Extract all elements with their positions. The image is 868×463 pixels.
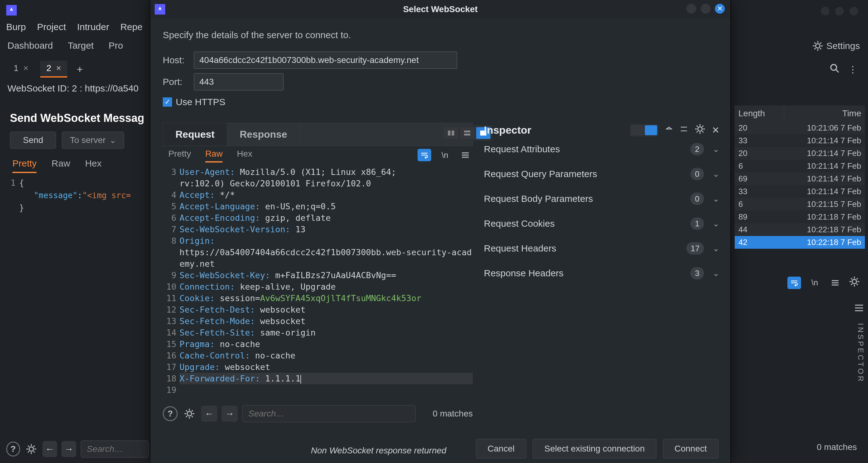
newline-icon[interactable]: \n bbox=[808, 277, 822, 289]
more-icon[interactable]: ⋮ bbox=[848, 67, 858, 72]
menu-burp[interactable]: Burp bbox=[6, 22, 26, 32]
use-https-checkbox[interactable]: ✓ bbox=[163, 97, 172, 107]
inspector-section-label: Request Headers bbox=[484, 243, 556, 254]
help-icon[interactable]: ? bbox=[6, 441, 20, 457]
modal-min-icon[interactable] bbox=[686, 4, 696, 13]
tab-response[interactable]: Response bbox=[227, 123, 300, 146]
chevron-down-icon: ⌄ bbox=[713, 194, 719, 204]
expand-icon[interactable] bbox=[664, 125, 673, 135]
tab-target[interactable]: Target bbox=[68, 40, 94, 51]
table-row[interactable]: 8910:21:18 7 Feb bbox=[735, 211, 865, 223]
settings-icon[interactable] bbox=[25, 441, 38, 457]
table-row[interactable]: 610:21:15 7 Feb bbox=[735, 198, 865, 211]
inspector-section-label: Request Query Parameters bbox=[484, 169, 597, 179]
col-length[interactable]: Length bbox=[735, 105, 784, 122]
collapse-icon[interactable] bbox=[680, 125, 688, 135]
add-tab-button[interactable]: + bbox=[73, 63, 87, 75]
port-input[interactable] bbox=[194, 73, 284, 91]
svg-rect-6 bbox=[464, 130, 470, 132]
bg-max-icon[interactable] bbox=[835, 7, 844, 16]
modal-max-icon[interactable] bbox=[701, 4, 711, 13]
tab-dashboard[interactable]: Dashboard bbox=[7, 40, 53, 51]
chevron-down-icon: ⌄ bbox=[713, 169, 719, 179]
message-editor[interactable]: 1{ "message":"<img src=} bbox=[6, 177, 149, 425]
search-icon[interactable] bbox=[830, 63, 839, 75]
table-row[interactable]: 610:21:14 7 Feb bbox=[735, 160, 865, 173]
inspector-section[interactable]: Request Body Parameters0⌄ bbox=[484, 186, 719, 211]
modal-view-pretty[interactable]: Pretty bbox=[168, 149, 191, 162]
svg-point-12 bbox=[187, 411, 192, 416]
table-row[interactable]: 4210:22:18 7 Feb bbox=[735, 236, 865, 249]
send-button[interactable]: Send bbox=[10, 131, 56, 149]
inspector-title: Inspector bbox=[484, 124, 531, 136]
table-row[interactable]: 3310:21:14 7 Feb bbox=[735, 185, 865, 198]
table-row[interactable]: 6910:21:14 7 Feb bbox=[735, 173, 865, 185]
bg-close-icon[interactable] bbox=[849, 7, 858, 16]
prev-button[interactable]: ← bbox=[42, 441, 57, 457]
menu-repeater[interactable]: Repe bbox=[120, 22, 143, 32]
inspector-layout-toggle[interactable] bbox=[630, 124, 658, 136]
inspector-section[interactable]: Request Query Parameters0⌄ bbox=[484, 161, 719, 186]
col-time[interactable]: Time bbox=[784, 105, 865, 122]
close-icon[interactable]: × bbox=[23, 63, 28, 73]
inspector-side-label[interactable]: INSPECTOR bbox=[856, 323, 865, 383]
menu-intruder[interactable]: Intruder bbox=[77, 22, 109, 32]
close-icon[interactable]: × bbox=[56, 63, 61, 73]
search-input[interactable] bbox=[81, 440, 149, 458]
inspector-section-label: Request Cookies bbox=[484, 218, 555, 229]
gear-icon[interactable] bbox=[694, 123, 706, 137]
gear-icon[interactable] bbox=[849, 276, 860, 289]
tab-request[interactable]: Request bbox=[163, 123, 227, 146]
direction-select[interactable]: To server bbox=[62, 131, 124, 149]
view-raw[interactable]: Raw bbox=[52, 158, 70, 173]
hamburger-icon[interactable] bbox=[459, 149, 472, 161]
wrap-icon[interactable] bbox=[417, 149, 431, 161]
table-row[interactable]: 4410:22:18 7 Feb bbox=[735, 223, 865, 236]
right-toolbar: \n bbox=[787, 276, 860, 289]
inspector-section[interactable]: Response Headers3⌄ bbox=[484, 261, 719, 286]
tab-proxy[interactable]: Pro bbox=[108, 40, 123, 51]
inspector-panel: Inspector ✕ Request Attributes2⌄Request … bbox=[484, 123, 719, 286]
inspector-section[interactable]: Request Cookies1⌄ bbox=[484, 211, 719, 236]
subtab-2[interactable]: 2 × bbox=[40, 61, 68, 78]
prev-button[interactable]: ← bbox=[201, 406, 217, 422]
modal-close-icon[interactable] bbox=[715, 4, 725, 13]
svg-point-16 bbox=[698, 127, 702, 131]
layout-icon[interactable] bbox=[631, 125, 644, 135]
settings-button[interactable]: Settings bbox=[812, 40, 860, 52]
svg-point-1 bbox=[831, 64, 837, 70]
next-button[interactable]: → bbox=[222, 406, 238, 422]
modal-titlebar: Select WebSocket bbox=[150, 0, 731, 19]
layout-rows-icon[interactable] bbox=[460, 127, 474, 139]
raw-request-editor[interactable]: 3User-Agent: Mozilla/5.0 (X11; Linux x86… bbox=[163, 166, 473, 401]
subtab-1[interactable]: 1 × bbox=[7, 61, 35, 78]
modal-search-input[interactable] bbox=[242, 405, 416, 422]
count-badge: 1 bbox=[690, 217, 704, 230]
layout-columns-icon[interactable] bbox=[444, 127, 458, 139]
layout-icon[interactable] bbox=[645, 125, 657, 135]
newline-icon[interactable]: \n bbox=[438, 149, 452, 161]
cancel-button[interactable]: Cancel bbox=[476, 439, 526, 459]
settings-icon[interactable] bbox=[182, 406, 197, 421]
connect-button[interactable]: Connect bbox=[663, 439, 719, 459]
hamburger-icon[interactable] bbox=[828, 277, 842, 289]
inspector-section[interactable]: Request Headers17⌄ bbox=[484, 236, 719, 261]
close-icon[interactable]: ✕ bbox=[712, 125, 719, 135]
wrap-icon[interactable] bbox=[787, 277, 801, 289]
next-button[interactable]: → bbox=[61, 441, 76, 457]
view-hex[interactable]: Hex bbox=[85, 158, 101, 173]
table-row[interactable]: 2010:21:06 7 Feb bbox=[735, 122, 865, 134]
select-existing-button[interactable]: Select existing connection bbox=[533, 439, 657, 459]
hamburger-icon[interactable] bbox=[855, 304, 864, 314]
bg-min-icon[interactable] bbox=[821, 7, 830, 16]
table-row[interactable]: 3310:21:14 7 Feb bbox=[735, 134, 865, 147]
modal-view-raw[interactable]: Raw bbox=[205, 149, 223, 162]
modal-view-hex[interactable]: Hex bbox=[237, 149, 252, 162]
table-row[interactable]: 2010:21:14 7 Feb bbox=[735, 147, 865, 160]
menu-project[interactable]: Project bbox=[37, 22, 66, 32]
inspector-section[interactable]: Request Attributes2⌄ bbox=[484, 137, 719, 161]
host-input[interactable] bbox=[194, 52, 457, 69]
matches-label: 0 matches bbox=[433, 409, 473, 419]
view-pretty[interactable]: Pretty bbox=[12, 158, 37, 173]
help-icon[interactable]: ? bbox=[163, 406, 178, 421]
